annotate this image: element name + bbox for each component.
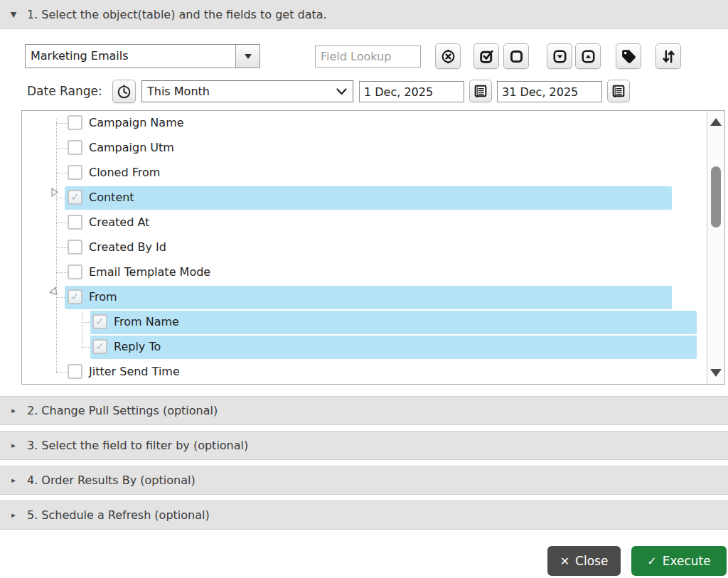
accordion-section-4-header[interactable]: ▸ 4. Order Results By (optional) — [0, 466, 728, 495]
tree-scrollbar[interactable] — [707, 111, 724, 384]
calendar-icon — [473, 83, 488, 99]
caret-right-icon: ▸ — [0, 441, 27, 450]
tree-item[interactable]: Cloned From — [22, 161, 705, 186]
item-checkbox[interactable]: ✓ — [68, 190, 82, 205]
tree-item[interactable]: ✓Reply To — [22, 335, 705, 360]
selection-highlight — [90, 311, 697, 334]
close-button[interactable]: ✕ Close — [547, 546, 621, 576]
tree-item[interactable]: Created At — [22, 210, 705, 235]
tree-item[interactable]: Campaign Name — [22, 111, 705, 136]
date-preset-value: This Month — [142, 85, 336, 98]
calendar-icon — [611, 83, 626, 99]
item-checkbox[interactable] — [68, 364, 82, 379]
combobox-dropdown-button[interactable] — [235, 45, 259, 68]
tree-item[interactable]: ✓From — [22, 285, 705, 310]
selection-highlight — [65, 286, 672, 309]
caret-down-icon — [245, 54, 252, 59]
tags-icon — [620, 48, 638, 65]
tree-item-label: Jitter Send Time — [89, 365, 180, 378]
selection-highlight — [90, 336, 697, 359]
scroll-up-arrow-icon[interactable] — [710, 118, 722, 126]
tree-item[interactable]: ✓Content — [22, 186, 705, 210]
select-all-icon — [478, 48, 496, 65]
collapse-node-icon[interactable] — [49, 287, 62, 299]
caret-right-icon: ▸ — [0, 510, 27, 520]
tree-item[interactable]: Jitter Send Time — [22, 360, 705, 385]
object-table-value: Marketing Emails — [26, 45, 235, 68]
select-all-button[interactable] — [473, 43, 499, 69]
end-date-calendar-button[interactable] — [607, 80, 630, 102]
accordion-section-1-header[interactable]: ▼ 1. Select the object(table) and the fi… — [0, 0, 728, 29]
clear-selection-button[interactable] — [435, 43, 461, 69]
caret-down-icon: ▼ — [0, 10, 27, 19]
tree-item[interactable]: ✓From Name — [22, 310, 705, 335]
tree-item-label: Cloned From — [89, 166, 160, 179]
collapse-all-icon — [579, 48, 597, 65]
sort-button[interactable] — [655, 43, 681, 69]
start-date-input[interactable] — [359, 81, 464, 102]
section-3-title: 3. Select the field to filter by (option… — [27, 439, 248, 452]
collapse-all-button[interactable] — [575, 43, 601, 69]
check-icon: ✓ — [647, 555, 656, 568]
item-checkbox[interactable]: ✓ — [68, 289, 82, 304]
tree-item-label: From — [89, 290, 117, 304]
tree-item-label: Content — [89, 191, 134, 204]
date-preset-select[interactable]: This Month — [141, 80, 353, 102]
expand-all-icon — [551, 48, 569, 65]
object-table-combobox[interactable]: Marketing Emails — [25, 44, 260, 68]
execute-button-label: Execute — [663, 554, 711, 568]
tree-item-label: From Name — [114, 315, 179, 328]
selection-highlight — [65, 186, 672, 210]
end-date-input[interactable] — [497, 81, 602, 102]
section-1-title: 1. Select the object(table) and the fiel… — [27, 8, 327, 21]
item-checkbox[interactable] — [68, 264, 82, 279]
item-checkbox[interactable] — [68, 140, 82, 155]
deselect-all-icon — [508, 48, 525, 65]
date-range-label: Date Range: — [27, 84, 102, 98]
item-checkbox[interactable] — [68, 115, 82, 130]
tree-item-label: Email Template Mode — [89, 265, 210, 279]
sort-icon — [660, 48, 678, 65]
section-5-title: 5. Schedule a Refresh (optional) — [27, 508, 210, 522]
field-tree: Campaign NameCampaign UtmCloned From✓Con… — [21, 110, 725, 385]
section-4-title: 4. Order Results By (optional) — [27, 473, 196, 487]
accordion-section-3-header[interactable]: ▸ 3. Select the field to filter by (opti… — [0, 431, 728, 460]
chevron-down-icon — [336, 88, 347, 95]
tree-item[interactable]: Campaign Utm — [22, 136, 705, 161]
clear-selection-icon — [439, 48, 457, 65]
item-checkbox[interactable] — [68, 240, 82, 255]
section-2-title: 2. Change Pull Settings (optional) — [27, 404, 218, 417]
accordion-section-2-header[interactable]: ▸ 2. Change Pull Settings (optional) — [0, 396, 728, 425]
expand-node-icon[interactable] — [49, 187, 62, 200]
close-button-label: Close — [575, 554, 608, 568]
tree-item-label: Reply To — [114, 340, 161, 353]
tree-item-label: Created At — [89, 215, 149, 229]
tree-item-label: Campaign Utm — [89, 141, 174, 154]
caret-right-icon: ▸ — [0, 476, 27, 485]
tree-item-label: Campaign Name — [89, 116, 184, 129]
accordion-section-5-header[interactable]: ▸ 5. Schedule a Refresh (optional) — [0, 501, 728, 530]
start-date-calendar-button[interactable] — [469, 80, 492, 102]
item-checkbox[interactable]: ✓ — [92, 339, 107, 354]
field-lookup-input[interactable] — [315, 46, 421, 68]
tree-item-label: Created By Id — [89, 240, 166, 254]
clock-icon — [116, 83, 132, 100]
scroll-down-arrow-icon[interactable] — [710, 369, 722, 377]
tree-item[interactable]: Created By Id — [22, 235, 705, 260]
item-checkbox[interactable] — [68, 165, 82, 180]
tree-item[interactable]: Email Template Mode — [22, 260, 705, 285]
item-checkbox[interactable]: ✓ — [92, 314, 107, 329]
deselect-all-button[interactable] — [503, 43, 529, 69]
scrollbar-thumb[interactable] — [711, 166, 721, 228]
close-x-icon: ✕ — [560, 555, 569, 568]
expand-all-button[interactable] — [547, 43, 572, 69]
execute-button[interactable]: ✓ Execute — [631, 546, 727, 576]
tags-button[interactable] — [616, 43, 641, 69]
item-checkbox[interactable] — [68, 215, 82, 230]
date-presets-button[interactable] — [112, 80, 136, 103]
caret-right-icon: ▸ — [0, 406, 27, 415]
